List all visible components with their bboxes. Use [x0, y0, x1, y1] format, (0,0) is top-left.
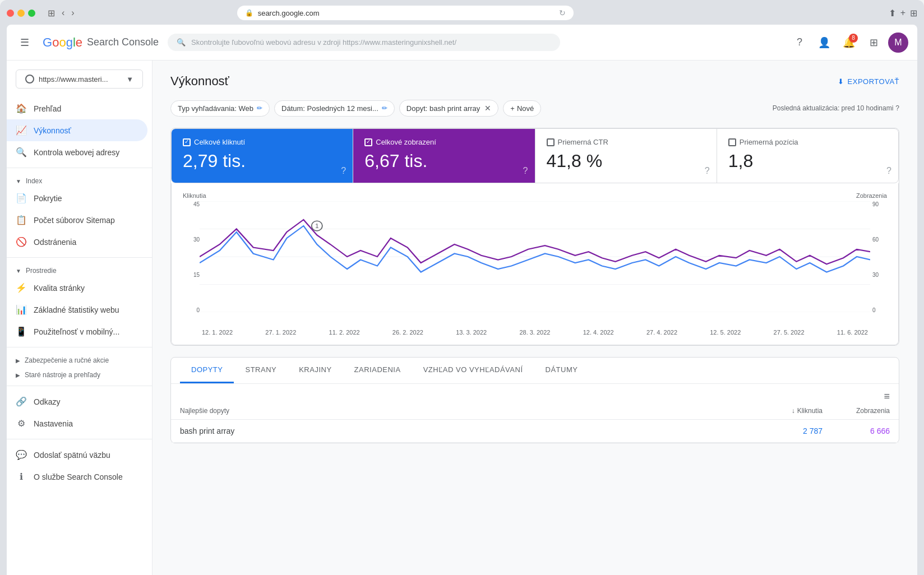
clicks-label: Celkové kliknutí	[194, 138, 245, 146]
table-toolbar: ≡	[171, 384, 899, 402]
clicks-checkbox[interactable]	[183, 138, 191, 146]
apps-button[interactable]: ⊞	[863, 33, 884, 53]
sidebar-item-statistiky[interactable]: 📊 Základné štatistiky webu	[7, 299, 147, 321]
filter-date[interactable]: Dátum: Posledných 12 mesi... ✏	[274, 100, 395, 117]
top-bar: ☰ Google Search Console 🔍 Skontrolujte ľ…	[7, 25, 917, 61]
position-label: Priemerná pozícia	[740, 138, 798, 146]
metric-card-position[interactable]: Priemerná pozícia 1,8 ?	[717, 129, 898, 183]
filter-query-label: Dopyt: bash print array	[406, 104, 481, 113]
tab-dopyty[interactable]: DOPYTY	[180, 358, 234, 383]
sidebar-item-prehled[interactable]: 🏠 Prehľad	[7, 98, 147, 119]
tab-strany[interactable]: STRANY	[234, 358, 288, 383]
y-low-right: 30	[872, 272, 887, 278]
sidebar-item-sitemap[interactable]: 📋 Počet súborov Sitemap	[7, 209, 147, 231]
section-label: Prostredie	[26, 267, 57, 275]
close-button[interactable]	[7, 10, 14, 17]
position-checkbox[interactable]	[728, 138, 736, 146]
sidebar: https://www.masteri... ▼ 🏠 Prehľad 📈 Výk…	[7, 61, 153, 575]
back-button[interactable]: ‹	[59, 7, 67, 19]
chart-svg-container: 1	[200, 201, 870, 324]
sidebar-item-nastavenia[interactable]: ⚙ Nastavenia	[7, 412, 147, 434]
old-tools-section-header[interactable]: ▶ Staré nástroje a prehľady	[7, 367, 152, 381]
sidebar-toggle-icon[interactable]: ⊞	[45, 7, 57, 20]
metric-impressions-header: Celkové zobrazení	[364, 138, 523, 146]
y-axis-left-label: Kliknutia	[183, 192, 206, 199]
security-section-header[interactable]: ▶ Zabezpečenie a ručné akcie	[7, 352, 152, 367]
edit-icon: ✏	[257, 104, 262, 112]
settings-icon: ⚙	[16, 418, 27, 429]
sidebar-item-about[interactable]: ℹ O službe Search Console	[7, 466, 147, 488]
col-query-header: Najlepšie dopyty	[180, 407, 755, 415]
export-label: EXPORTOVAŤ	[848, 77, 899, 86]
tab-datumy[interactable]: DÁTUMY	[534, 358, 589, 383]
info-icon: ℹ	[16, 471, 27, 482]
prostredie-section-header[interactable]: ▼ Prostredie	[7, 262, 152, 277]
remove-filter-icon[interactable]: ✕	[484, 104, 491, 113]
sidebar-item-label: Odoslať spätnú väzbu	[34, 451, 110, 460]
top-search-bar[interactable]: 🔍 Skontrolujte ľubovoľnú webovú adresu v…	[168, 34, 560, 51]
share-icon[interactable]: ⬆	[889, 8, 896, 18]
help-button[interactable]: ?	[789, 33, 810, 53]
minimize-button[interactable]	[17, 10, 25, 17]
sidebar-item-vykonnost[interactable]: 📈 Výkonnosť	[7, 119, 147, 141]
sidebar-item-label: Počet súborov Sitemap	[34, 216, 115, 225]
metric-card-impressions[interactable]: Celkové zobrazení 6,67 tis. ?	[353, 129, 535, 183]
metric-ctr-header: Priemerná CTR	[547, 138, 705, 146]
y-low-left: 15	[183, 272, 200, 278]
metric-card-ctr[interactable]: Priemerná CTR 41,8 % ?	[535, 129, 717, 183]
metric-card-clicks[interactable]: Celkové kliknutí 2,79 tis. ?	[172, 129, 353, 183]
notifications-button[interactable]: 🔔 8	[839, 33, 859, 53]
nav-divider	[7, 168, 152, 168]
avatar[interactable]: M	[888, 33, 908, 53]
filter-query[interactable]: Dopyt: bash print array ✕	[399, 100, 499, 117]
sidebar-item-label: Kvalita stránky	[34, 284, 85, 293]
metrics-chart-container: Celkové kliknutí 2,79 tis. ? Celkové zob…	[170, 128, 899, 346]
impressions-checkbox[interactable]	[364, 138, 372, 146]
sidebar-item-feedback[interactable]: 💬 Odoslať spätnú väzbu	[7, 444, 147, 466]
hamburger-menu[interactable]: ☰	[16, 32, 34, 53]
sitemap-icon: 📋	[16, 215, 27, 225]
filter-date-label: Dátum: Posledných 12 mesi...	[281, 104, 378, 113]
extensions-icon[interactable]: ⊞	[910, 8, 917, 18]
index-section-header[interactable]: ▼ Index	[7, 173, 152, 187]
position-value: 1,8	[728, 151, 887, 171]
sidebar-item-odkazy[interactable]: 🔗 Odkazy	[7, 391, 147, 412]
browser-top-bar: ⊞ ‹ › 🔒 search.google.com ↻ ⬆ + ⊞	[7, 6, 917, 25]
new-filter-button[interactable]: + Nové	[503, 100, 541, 117]
refresh-icon[interactable]: ↻	[559, 8, 566, 17]
y-axis-right: 90 60 30 0	[870, 201, 887, 324]
new-tab-icon[interactable]: +	[900, 8, 905, 18]
site-selector[interactable]: https://www.masteri... ▼	[16, 69, 143, 89]
tab-zariadenia[interactable]: ZARIADENIA	[343, 358, 412, 383]
address-bar[interactable]: 🔒 search.google.com ↻	[237, 6, 574, 20]
accounts-button[interactable]: 👤	[814, 33, 834, 53]
section-label: Index	[26, 177, 42, 185]
sidebar-item-pokrytie[interactable]: 📄 Pokrytie	[7, 187, 147, 209]
metric-cards: Celkové kliknutí 2,79 tis. ? Celkové zob…	[171, 128, 899, 183]
nav-divider-4	[7, 386, 152, 386]
tab-krajiny[interactable]: KRAJINY	[288, 358, 343, 383]
chart-axis-labels: Kliknutia Zobrazenia	[183, 192, 887, 199]
sidebar-item-label: O službe Search Console	[34, 472, 123, 481]
sidebar-item-label: Výkonnosť	[34, 126, 71, 135]
help-icon: ?	[895, 104, 899, 112]
sidebar-item-mobilne[interactable]: 📱 Použiteľnosť v mobilný...	[7, 321, 147, 342]
table-filter-icon[interactable]: ≡	[884, 391, 890, 402]
sidebar-item-label: Pokrytie	[34, 194, 62, 203]
export-button[interactable]: ⬇ EXPORTOVAŤ	[838, 77, 899, 86]
sidebar-item-odstranenia[interactable]: 🚫 Odstránenia	[7, 231, 147, 253]
notification-badge: 8	[849, 34, 858, 43]
y-mid-left: 30	[183, 237, 200, 243]
date-10: 27. 5. 2022	[774, 329, 805, 336]
filters-row: Typ vyhľadávania: Web ✏ Dátum: Poslednýc…	[170, 100, 899, 117]
sidebar-item-kvalita[interactable]: ⚡ Kvalita stránky	[7, 277, 147, 299]
filter-type[interactable]: Typ vyhľadávania: Web ✏	[170, 100, 270, 117]
tab-vzhled[interactable]: VZHĽAD VO VYHĽADÁVANÍ	[412, 358, 534, 383]
sidebar-item-label: Prehľad	[34, 104, 61, 113]
ctr-checkbox[interactable]	[547, 138, 555, 146]
sidebar-item-kontrola[interactable]: 🔍 Kontrola webovej adresy	[7, 141, 147, 163]
maximize-button[interactable]	[28, 10, 35, 17]
metric-clicks-header: Celkové kliknutí	[183, 138, 341, 146]
forward-button[interactable]: ›	[69, 7, 76, 19]
browser-actions: ⬆ + ⊞	[889, 8, 917, 18]
